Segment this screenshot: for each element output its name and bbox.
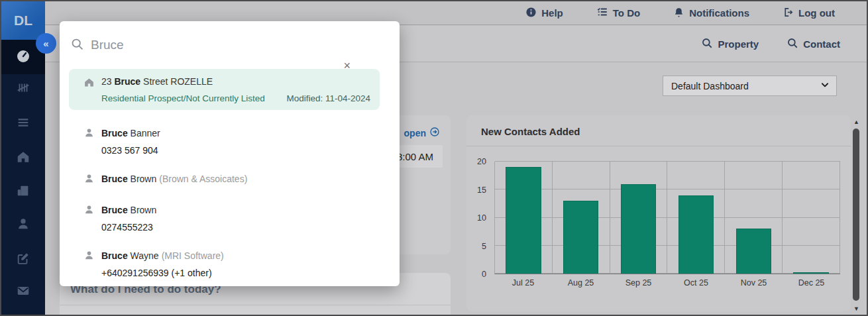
logout-icon <box>783 7 794 20</box>
contact-company: (MRI Software) <box>162 250 224 261</box>
chart-xlabels: Jul 25Aug 25Sep 25Oct 25Nov 25Dec 25 <box>494 278 840 288</box>
sidebar-item-contacts[interactable] <box>1 215 45 235</box>
sidebar-item-compose[interactable] <box>1 250 45 270</box>
chart-y-tick-label: 5 <box>482 242 486 251</box>
search-icon <box>787 37 798 51</box>
search-icon <box>70 37 84 54</box>
person-icon <box>16 217 30 234</box>
chart-x-tick-label: Sep 25 <box>610 278 667 288</box>
contact-phone: 0274555223 <box>101 222 156 233</box>
sidebar-collapse-button[interactable]: « <box>36 33 56 54</box>
sidebar-item-mail[interactable] <box>1 282 45 302</box>
chart-bar[interactable] <box>563 201 598 274</box>
property-status: Residential Prospect/Not Currently Liste… <box>101 93 265 103</box>
new-contacts-chart-card: New Contacts Added 05101520 Jul 25Aug 25… <box>466 115 851 311</box>
person-icon <box>83 174 95 187</box>
search-result-contact[interactable]: Bruce Brown 0274555223 <box>69 205 380 233</box>
chart-y-tick-label: 10 <box>477 213 486 223</box>
arrow-right-circle-icon <box>429 127 440 139</box>
chart-bar[interactable] <box>793 272 828 274</box>
person-icon <box>83 128 95 156</box>
scrollbar-thumb[interactable] <box>853 129 859 301</box>
building-icon <box>16 184 30 201</box>
bell-icon <box>673 7 684 20</box>
contact-name: Bruce Brown <box>101 205 156 215</box>
chart-column <box>667 162 725 274</box>
chart-x-tick-label: Oct 25 <box>667 278 725 288</box>
todo-button[interactable]: To Do <box>596 6 640 20</box>
app-logo[interactable]: DL <box>1 1 45 40</box>
help-button[interactable]: Help <box>525 7 563 20</box>
chart-y-tick-label: 0 <box>482 270 486 279</box>
info-icon <box>525 7 537 20</box>
chart-column <box>610 162 668 274</box>
speedometer-icon <box>15 48 31 67</box>
scroll-up-arrow[interactable]: ▲ <box>851 118 861 126</box>
logout-button[interactable]: Log out <box>783 7 835 20</box>
contact-phone: +640291256939 (+1 other) <box>101 268 224 278</box>
open-link[interactable]: open <box>404 127 440 139</box>
contact-name: Bruce Wayne(MRI Software) <box>101 250 224 261</box>
sidebar-item-menu[interactable] <box>1 114 45 134</box>
chart-x-tick-label: Dec 25 <box>783 278 840 288</box>
vertical-scrollbar: ▲ ▼ <box>851 118 861 313</box>
chart-y-tick-label: 15 <box>477 185 486 195</box>
app-window: DL <box>0 0 868 316</box>
chart-x-tick-label: Nov 25 <box>725 278 783 288</box>
scroll-down-arrow[interactable]: ▼ <box>851 305 861 313</box>
tally-marks-icon <box>16 81 30 98</box>
search-result-contact[interactable]: Bruce Banner 0323 567 904 <box>69 128 380 156</box>
chart-x-tick-label: Jul 25 <box>494 278 552 288</box>
global-search-modal: × 23 Bruce Street ROZELLE Residential Pr… <box>60 21 400 286</box>
sidebar-item-tally[interactable] <box>1 79 45 99</box>
chart-y-tick-label: 20 <box>477 157 486 166</box>
search-result-property[interactable]: 23 Bruce Street ROZELLE Residential Pros… <box>69 69 380 110</box>
chart-bar[interactable] <box>506 167 541 274</box>
chart-x-tick-label: Aug 25 <box>552 278 610 288</box>
search-icon <box>701 37 713 51</box>
search-result-contact[interactable]: Bruce Wayne(MRI Software) +640291256939 … <box>69 250 380 278</box>
property-address: 23 Bruce Street ROZELLE <box>101 76 370 87</box>
person-icon <box>83 250 95 278</box>
sidebar-item-properties[interactable] <box>1 182 45 202</box>
contact-phone: 0323 567 904 <box>101 145 160 156</box>
close-icon[interactable]: × <box>343 60 351 72</box>
chart-y-axis: 05101520 <box>466 162 490 274</box>
search-results: 23 Bruce Street ROZELLE Residential Pros… <box>60 69 400 278</box>
checklist-icon <box>596 6 608 20</box>
chart-plot <box>494 162 840 274</box>
chart-column <box>783 162 840 274</box>
contact-search-button[interactable]: Contact <box>787 37 840 51</box>
chevron-down-icon <box>820 80 830 91</box>
contact-name: Bruce Brown(Brown & Assoicates) <box>101 174 247 184</box>
home-icon <box>16 150 30 167</box>
chart-column <box>725 162 783 274</box>
chart-bar[interactable] <box>678 195 714 274</box>
dashboard-selector[interactable]: Default Dashboard <box>663 76 837 96</box>
property-search-button[interactable]: Property <box>701 37 759 51</box>
chart-column <box>553 162 610 274</box>
notifications-button[interactable]: Notifications <box>673 7 749 20</box>
chart-title: New Contacts Added <box>466 115 851 146</box>
edit-compose-icon <box>16 251 30 268</box>
hamburger-menu-icon <box>16 115 30 132</box>
contact-name: Bruce Banner <box>101 128 160 138</box>
chart-bar[interactable] <box>736 229 771 274</box>
search-input[interactable] <box>91 38 348 52</box>
chart-column <box>495 162 553 274</box>
home-icon <box>83 76 95 103</box>
search-result-contact[interactable]: Bruce Brown(Brown & Assoicates) <box>69 174 380 187</box>
sidebar-item-home[interactable] <box>1 148 45 168</box>
person-icon <box>83 205 95 233</box>
envelope-icon <box>16 284 30 301</box>
contact-company: (Brown & Assoicates) <box>159 174 247 184</box>
property-modified-date: Modified: 11-04-2024 <box>286 93 370 103</box>
chart-bar[interactable] <box>621 184 656 274</box>
